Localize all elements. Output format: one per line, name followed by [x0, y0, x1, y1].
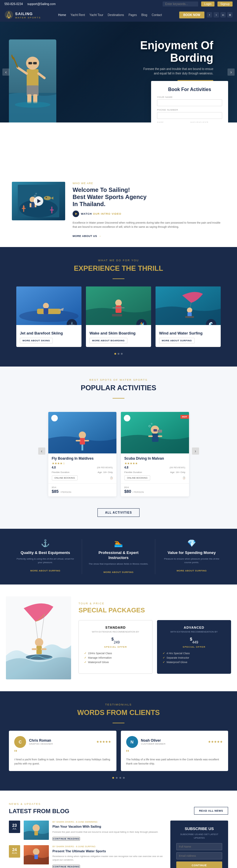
login-button[interactable]: Login: [201, 1, 214, 6]
wishlist-icon-1[interactable]: ♡: [124, 415, 130, 422]
hero-prev-arrow[interactable]: ‹: [2, 68, 9, 75]
svg-rect-5: [28, 62, 32, 64]
nav-yacht-rent[interactable]: Yacht Rent: [70, 13, 85, 17]
hero-person-shape: [9, 39, 56, 122]
hot-badge-1: HOT: [180, 415, 189, 419]
booking-form: Book For Activities YOUR NAME PHONE NUMB…: [151, 81, 228, 122]
nav-home[interactable]: Home: [58, 13, 66, 17]
watch-label: WATCH OUR INTRO VIDEO: [81, 212, 122, 215]
watch-icon: [73, 211, 79, 217]
quote-icon-0: ": [14, 751, 111, 755]
testimonials-section: TESTIMONIALS WORDS FROM CLIENTS C Chris …: [0, 691, 237, 791]
activity-more-button-0[interactable]: MORE ABOUT SKIING: [20, 338, 53, 343]
hero-next-arrow[interactable]: ›: [228, 68, 235, 75]
book-online-button-1[interactable]: ONLINE BOOKING: [125, 475, 150, 480]
topbar-actions: Login Signup: [163, 1, 233, 6]
test-dot-3[interactable]: [123, 777, 125, 779]
price-label-1: $5/4: [125, 486, 144, 489]
nav-pages[interactable]: Pages: [129, 13, 137, 17]
blog-image-0: [24, 820, 49, 840]
review-count-0: (08 REVIEWS): [97, 466, 112, 469]
rating-1: 4.8: [125, 466, 129, 469]
package-card-0: STANDARD WITH EXTENSIVE RECOMMENDATION B…: [78, 620, 153, 674]
nav-yacht-tour[interactable]: Yacht Tour: [90, 13, 103, 17]
read-all-button[interactable]: READ ALL NEWS: [194, 807, 228, 815]
blog-meta-1: BY SHARK DIVERS - 8 JUNE SURFING: [53, 845, 166, 848]
nav-links: Home Yacht Rent Yacht Tour Destinations …: [58, 13, 162, 17]
nav-right: BOOK NOW f t in ⊞: [179, 11, 233, 19]
price-unit-1: / PERSON: [132, 491, 144, 493]
blog-date-0: 23 JUL: [9, 820, 20, 833]
all-activities-button[interactable]: ALL ACTIVITIES: [98, 508, 140, 517]
feature-link-0[interactable]: MORE ABOUT SURFING: [30, 569, 61, 572]
your-name-input[interactable]: [157, 99, 222, 106]
more-about-button[interactable]: MORE ABOUT US →: [73, 235, 101, 238]
grid-icon[interactable]: ⊞: [227, 12, 233, 18]
blog-excerpt-1: Resistance is doing when righteous oblig…: [53, 855, 166, 862]
feature-icon-0: ⚓: [15, 539, 76, 548]
feature-link-1[interactable]: MORE ABOUT SURFING: [103, 571, 134, 574]
popular-section: BEST SPOTS OF WATER SPORTS POPULAR ACTIV…: [0, 367, 237, 529]
logo-tagline: WATER SPORTS: [15, 16, 41, 19]
testimonial-text-1: The holiday of a life time was paid adve…: [126, 757, 223, 766]
popular-next-arrow[interactable]: ›: [192, 447, 199, 455]
package-features-1: 4 Hrs Special Class Separate Instructor …: [163, 652, 226, 664]
activity-more-button-2[interactable]: MORE ABOUT SURFING: [159, 338, 195, 343]
testimonial-card-1: N Noah Oliver CUSTOMER MEMBER ★★★★★ " Th…: [121, 731, 228, 771]
popular-grid: ♡ Fly Boarding In Maldives ★★★★☆ 4.0 (08…: [48, 412, 189, 496]
activity-name-0: Jet and Barefoot Skiing: [20, 331, 78, 335]
feature-title-0: Quality & Best Equipments: [15, 550, 76, 555]
package-price-0: $249: [84, 636, 147, 646]
site-logo[interactable]: SAILING WATER SPORTS: [4, 10, 41, 19]
dot-0[interactable]: [114, 353, 116, 355]
package-label-1: SPECIAL OFFER: [163, 646, 226, 648]
signup-button[interactable]: Signup: [217, 1, 233, 6]
phone-input[interactable]: [157, 112, 222, 119]
twitter-icon[interactable]: t: [213, 12, 219, 18]
popular-tag: BEST SPOTS OF WATER SPORTS: [6, 378, 231, 381]
activity-more-button-1[interactable]: MORE ABOUT BOARDING: [90, 338, 127, 343]
book-online-button-0[interactable]: ONLINE BOOKING: [52, 475, 78, 480]
book-now-button[interactable]: BOOK NOW: [179, 11, 204, 19]
continue-reading-button-1[interactable]: CONTINUE READING: [53, 865, 80, 868]
play-button[interactable]: [34, 196, 43, 206]
instagram-icon[interactable]: in: [221, 12, 226, 18]
popular-prev-arrow[interactable]: ‹: [38, 447, 45, 455]
pkg-feature-0-0: 15Hrs Special Class: [84, 652, 147, 655]
blog-img-svg-0: [24, 820, 49, 840]
test-dot-1[interactable]: [116, 777, 117, 779]
subscribe-button[interactable]: CONTINUE: [176, 862, 222, 868]
testimonial-info-0: Chris Roman GRAPHIC DESIGNER: [29, 738, 53, 745]
topbar-contact: 550-826-0234 support@Sailing.com: [4, 2, 56, 6]
svg-rect-18: [30, 203, 31, 207]
feature-icon-2: 💎: [161, 539, 222, 548]
popular-footer-1: $5/4 $80 / PERSON: [121, 484, 189, 496]
test-dot-0[interactable]: [112, 777, 114, 779]
testimonial-stars-1: ★★★★★: [208, 740, 223, 744]
subscribe-name-input[interactable]: [176, 843, 222, 850]
test-dot-2[interactable]: [120, 777, 121, 779]
nav-contact[interactable]: Contact: [152, 13, 162, 17]
activity-info-2: Wind and Water Surfing MORE ABOUT SURFIN…: [156, 325, 221, 347]
nav-blog[interactable]: Blog: [141, 13, 147, 17]
topbar-search[interactable]: [163, 1, 198, 6]
continue-reading-button-0[interactable]: CONTINUE READING: [53, 837, 80, 841]
package-price-1: $449: [163, 636, 226, 646]
svg-point-57: [35, 638, 43, 647]
date-guest-row: DATE NIGHT/GUEST − 1 +: [157, 121, 222, 122]
feature-link-2[interactable]: MORE ABOUT SURFING: [176, 569, 207, 572]
activity-image-0: ⚓: [16, 286, 81, 325]
watch-video-button[interactable]: WATCH OUR INTRO VIDEO: [73, 211, 225, 217]
dot-2[interactable]: [121, 353, 123, 355]
activity-name-2: Wind and Water Surfing: [159, 331, 217, 335]
blog-posts: 23 JUL BY SHARK DIVERS - 8 JUNE SWIMMING…: [9, 820, 166, 868]
price-val-0: $85: [52, 489, 59, 494]
stars-1: ★★★★★: [125, 462, 185, 465]
facebook-icon[interactable]: f: [207, 12, 212, 18]
subscribe-email-input[interactable]: [176, 852, 222, 859]
svg-point-66: [33, 848, 39, 855]
wishlist-icon-0[interactable]: ♡: [51, 415, 58, 422]
dot-1[interactable]: [117, 353, 120, 355]
nav-destinations[interactable]: Destinations: [108, 13, 124, 17]
package-label-0: SPECIAL OFFER: [84, 646, 147, 648]
